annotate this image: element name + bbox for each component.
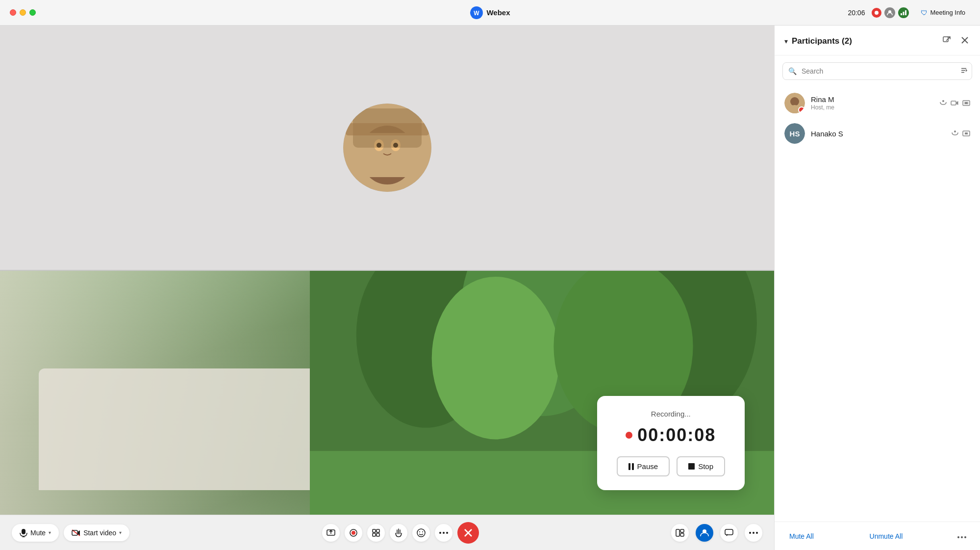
svg-point-70 bbox=[961, 536, 963, 538]
toolbar-center-group bbox=[322, 522, 479, 544]
svg-point-21 bbox=[431, 276, 559, 439]
panel-collapse-icon[interactable]: ▾ bbox=[784, 37, 788, 45]
minimize-window-button[interactable] bbox=[20, 9, 26, 16]
titlebar: W Webex 20:06 🛡 Meeting Info bbox=[0, 0, 980, 26]
video-tile-bottom: Recording... 00:00:08 Pause bbox=[0, 271, 774, 515]
svg-point-36 bbox=[417, 529, 425, 537]
panel-title: Participants (2) bbox=[792, 36, 852, 46]
svg-point-66 bbox=[954, 131, 956, 132]
chat-button[interactable] bbox=[720, 524, 738, 542]
svg-point-50 bbox=[753, 532, 754, 534]
svg-rect-4 bbox=[903, 12, 905, 15]
svg-rect-65 bbox=[965, 102, 968, 104]
chat-icon bbox=[725, 529, 733, 537]
share-screen-button[interactable] bbox=[322, 524, 340, 542]
video-icon bbox=[951, 100, 958, 106]
cat-avatar-image bbox=[343, 104, 431, 192]
svg-point-37 bbox=[419, 531, 420, 532]
svg-rect-5 bbox=[905, 10, 906, 15]
start-video-button[interactable]: Start video ▾ bbox=[64, 524, 129, 541]
svg-rect-24 bbox=[22, 529, 25, 534]
grid-view-button[interactable] bbox=[367, 524, 385, 542]
svg-rect-16 bbox=[346, 123, 429, 135]
footer-more-button[interactable] bbox=[954, 529, 970, 543]
share-screen-icon bbox=[327, 529, 335, 536]
svg-rect-44 bbox=[676, 529, 679, 536]
layout-button[interactable] bbox=[671, 524, 689, 542]
svg-rect-62 bbox=[951, 101, 956, 105]
close-window-button[interactable] bbox=[10, 9, 16, 16]
svg-point-31 bbox=[352, 531, 355, 535]
svg-rect-48 bbox=[725, 529, 733, 535]
participant-name: Rina M bbox=[811, 95, 934, 104]
close-panel-button[interactable] bbox=[959, 35, 970, 48]
svg-point-69 bbox=[957, 536, 959, 538]
panel-title-group: ▾ Participants (2) bbox=[784, 36, 852, 46]
pause-icon bbox=[628, 463, 634, 470]
maximize-window-button[interactable] bbox=[29, 9, 36, 16]
participant-info: Hanako S bbox=[811, 130, 946, 138]
svg-point-59 bbox=[790, 97, 799, 106]
svg-point-39 bbox=[439, 532, 441, 534]
toolbar-more-icon bbox=[749, 531, 758, 534]
video-off-icon bbox=[72, 529, 80, 536]
screen-share-icon bbox=[962, 100, 970, 106]
stop-recording-button[interactable]: Stop bbox=[677, 456, 725, 476]
meeting-info-button[interactable]: 🛡 Meeting Info bbox=[916, 7, 970, 19]
recording-badge-icon bbox=[798, 106, 805, 113]
svg-point-38 bbox=[422, 531, 423, 532]
video-chevron-icon[interactable]: ▾ bbox=[119, 530, 122, 535]
meeting-time: 20:06 bbox=[848, 9, 865, 17]
panel-header-icons bbox=[941, 34, 970, 48]
mute-chevron-icon[interactable]: ▾ bbox=[49, 530, 51, 535]
end-call-icon bbox=[463, 527, 474, 538]
stats-icon bbox=[898, 7, 909, 18]
search-icon: 🔍 bbox=[788, 67, 797, 75]
unmute-all-button[interactable]: Unmute All bbox=[865, 529, 908, 543]
titlebar-right: 20:06 🛡 Meeting Info bbox=[848, 7, 970, 19]
panel-footer: Mute All Unmute All bbox=[775, 522, 980, 550]
mute-button[interactable]: Mute ▾ bbox=[12, 524, 59, 542]
recording-timer: 00:00:08 bbox=[617, 425, 725, 445]
participant-info: Rina M Host, me bbox=[811, 95, 934, 111]
record-button[interactable] bbox=[345, 524, 362, 542]
mute-all-button[interactable]: Mute All bbox=[784, 529, 819, 543]
list-item[interactable]: Rina M Host, me bbox=[775, 88, 980, 118]
participant-role: Host, me bbox=[811, 104, 934, 111]
sort-icon bbox=[960, 67, 967, 74]
start-video-label: Start video bbox=[83, 529, 116, 537]
shield-icon: 🛡 bbox=[921, 9, 928, 17]
participant-avatar-top bbox=[343, 104, 431, 192]
app-title: Webex bbox=[486, 8, 510, 17]
svg-point-51 bbox=[756, 532, 758, 534]
timer-display: 00:00:08 bbox=[637, 425, 716, 445]
panel-header: ▾ Participants (2) bbox=[775, 26, 980, 55]
end-call-button[interactable] bbox=[457, 522, 479, 544]
pause-recording-button[interactable]: Pause bbox=[617, 456, 670, 476]
titlebar-center: W Webex bbox=[470, 6, 510, 19]
stop-label: Stop bbox=[698, 462, 713, 471]
svg-rect-32 bbox=[373, 529, 376, 532]
webex-logo-icon: W bbox=[470, 6, 482, 19]
participant-icons bbox=[952, 131, 970, 136]
mute-label: Mute bbox=[30, 529, 46, 537]
participants-button[interactable] bbox=[696, 524, 713, 542]
participant-name: Hanako S bbox=[811, 130, 946, 138]
participant-icon bbox=[884, 7, 895, 18]
microphone-icon bbox=[20, 528, 27, 537]
svg-rect-45 bbox=[680, 529, 684, 532]
reactions-button[interactable] bbox=[412, 524, 430, 542]
list-item[interactable]: HS Hanako S bbox=[775, 118, 980, 149]
raise-hand-button[interactable] bbox=[390, 524, 407, 542]
titlebar-status-icons bbox=[872, 7, 909, 18]
more-options-button[interactable] bbox=[435, 524, 452, 542]
emoji-icon bbox=[417, 528, 426, 537]
toolbar-more-button[interactable] bbox=[745, 524, 762, 542]
svg-point-40 bbox=[443, 532, 445, 534]
search-box: 🔍 bbox=[782, 62, 972, 80]
sort-button[interactable] bbox=[960, 67, 967, 76]
search-input[interactable] bbox=[782, 62, 972, 80]
svg-text:W: W bbox=[474, 10, 479, 17]
pop-out-button[interactable] bbox=[941, 34, 953, 48]
audio-icon bbox=[940, 100, 947, 106]
